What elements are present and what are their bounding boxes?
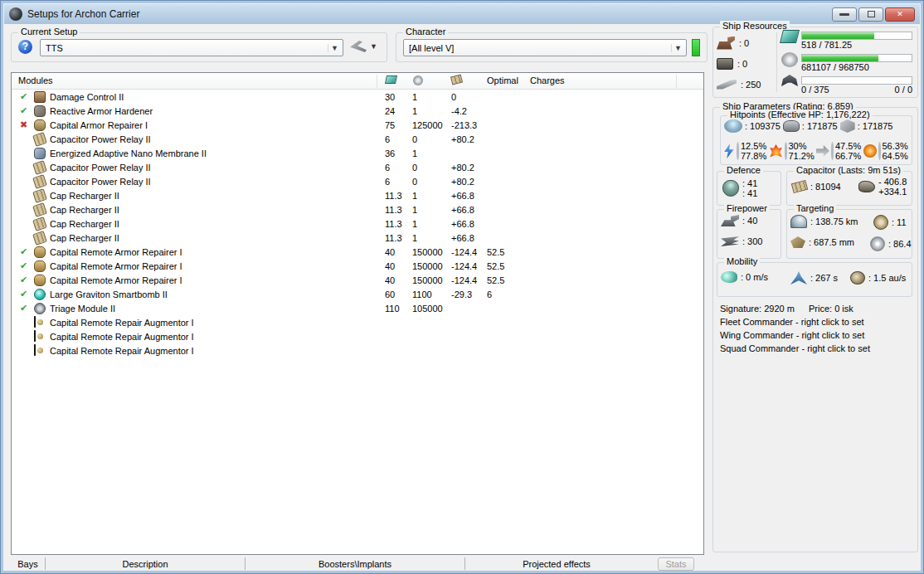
module-row[interactable]: Capacitor Power Relay II60+80.2	[12, 161, 703, 175]
ship-resources-label: Ship Resources	[720, 21, 790, 31]
module-cpu: 6	[385, 163, 390, 173]
module-row[interactable]: ✔Large Graviton Smartbomb II601100-29.36	[12, 288, 703, 302]
signature-value: Signature: 2920 m	[720, 304, 795, 314]
module-cpu: 40	[385, 261, 395, 271]
module-cpu: 6	[385, 177, 390, 187]
maximize-button[interactable]	[858, 7, 883, 22]
module-icon	[34, 119, 46, 131]
module-icon	[34, 275, 46, 286]
tab-projected-effects[interactable]: Projected effects	[465, 559, 648, 569]
module-row[interactable]: ✔Capital Remote Armor Repairer I40150000…	[12, 246, 703, 260]
capacitor-label: Capacitor (Lasts: 9m 51s)	[794, 165, 903, 175]
shield-hp-value: : 109375	[745, 121, 781, 131]
module-row[interactable]: Capital Remote Repair Augmentor I	[12, 344, 703, 358]
module-optimal: 6	[487, 289, 492, 299]
module-row[interactable]: Capacitor Power Relay II60+80.2	[12, 133, 703, 147]
cpu-bar	[801, 32, 912, 40]
defence-group: Defence : 41 : 41	[717, 171, 781, 206]
module-cap-use: +66.8	[451, 219, 474, 229]
module-row[interactable]: Capital Remote Repair Augmentor I	[12, 330, 703, 344]
stats-button[interactable]: Stats	[658, 557, 694, 571]
module-name: Capital Remote Repair Augmentor I	[50, 318, 194, 328]
cpu-icon	[780, 30, 800, 43]
character-combobox[interactable]: [All level V] ▼	[403, 39, 687, 56]
tab-description[interactable]: Description	[46, 559, 245, 569]
squad-commander-line[interactable]: Squad Commander - right click to set	[720, 343, 870, 353]
volley-icon	[721, 236, 739, 246]
module-cap-use: -124.4	[451, 247, 477, 257]
tab-bays[interactable]: Bays	[11, 559, 45, 569]
ship-parameters-group: Ship Parameters (Rating: 6,859) Hitpoint…	[712, 107, 918, 552]
thermal-shield-resist: 30%	[789, 141, 815, 151]
shield-hp-icon	[724, 119, 742, 133]
module-row[interactable]: ✔Triage Module II110105000	[12, 302, 703, 316]
max-velocity-value: : 0 m/s	[741, 272, 768, 282]
module-powergrid: 0	[412, 134, 417, 144]
powergrid-bar	[801, 54, 912, 62]
module-row[interactable]: ✖Capital Armor Repairer I75125000-213.3	[12, 119, 703, 133]
module-powergrid: 1	[412, 148, 417, 158]
module-row[interactable]: ✔Damage Control II3010	[12, 90, 703, 105]
firepower-group: Firepower : 40 : 300	[717, 209, 781, 259]
warp-speed-value: : 1.5 au/s	[868, 273, 906, 283]
dps-icon	[721, 215, 739, 226]
minimize-button[interactable]	[832, 7, 857, 22]
current-setup-label: Current Setup	[18, 27, 80, 36]
capacitor-delta-icon	[858, 181, 875, 192]
em-resist-icon	[722, 144, 735, 158]
module-name: Large Graviton Smartbomb II	[50, 289, 168, 299]
align-time-icon	[790, 271, 807, 285]
warp-speed-icon	[850, 271, 865, 285]
module-cpu: 6	[385, 134, 390, 144]
module-icon	[34, 344, 36, 356]
online-check-icon: ✔	[20, 303, 32, 314]
firepower-label: Firepower	[724, 203, 770, 213]
hitpoints-group: Hitpoints (Effective HP: 1,176,222) : 10…	[720, 115, 912, 165]
launcher-hardpoints-icon	[717, 58, 733, 70]
module-row[interactable]: Capital Remote Repair Augmentor I	[12, 316, 703, 330]
module-name: Cap Recharger II	[50, 205, 119, 215]
module-row[interactable]: ✔Reactive Armor Hardener241-4.2	[12, 105, 703, 119]
offline-x-icon: ✖	[20, 119, 32, 130]
module-row[interactable]: Energized Adaptive Nano Membrane II361	[12, 147, 703, 161]
modules-panel: Modules Optimal Charges ✔Damage Control …	[11, 72, 704, 555]
module-icon	[32, 231, 47, 246]
capacitor-amount-value: : 81094	[810, 182, 841, 192]
module-name: Capacitor Power Relay II	[50, 134, 151, 144]
module-row[interactable]: Capacitor Power Relay II60+80.2	[12, 175, 703, 189]
setup-tools-button[interactable]: ▼	[350, 41, 377, 52]
module-name: Capacitor Power Relay II	[50, 163, 151, 173]
module-row[interactable]: ✔Capital Remote Armor Repairer I40150000…	[12, 260, 703, 274]
em-armor-resist: 77.8%	[741, 151, 766, 161]
wrench-icon	[350, 41, 367, 52]
current-setup-combobox[interactable]: TTS ▼	[40, 39, 343, 56]
online-check-icon: ✔	[20, 246, 32, 257]
fleet-commander-line[interactable]: Fleet Commander - right click to set	[720, 317, 864, 327]
modules-header[interactable]: Modules Optimal Charges	[12, 73, 703, 90]
app-window: Setups for Archon Carrier ✕ Current Setu…	[0, 0, 924, 574]
module-row[interactable]: Cap Recharger II11.31+66.8	[12, 189, 703, 203]
align-time-value: : 267 s	[810, 273, 838, 283]
kinetic-shield-resist: 47.5%	[835, 141, 861, 151]
wing-commander-line[interactable]: Wing Commander - right click to set	[720, 330, 864, 340]
module-icon	[34, 105, 46, 117]
module-row[interactable]: Cap Recharger II11.31+66.8	[12, 203, 703, 217]
module-powergrid: 1100	[412, 289, 432, 299]
defence-icon	[722, 180, 739, 197]
armor-hp-icon	[783, 120, 800, 132]
targeting-group: Targeting : 138.75 km : 11 : 687.5 mm : …	[786, 209, 912, 259]
module-name: Reactive Armor Hardener	[50, 106, 153, 116]
module-powergrid: 150000	[412, 247, 443, 257]
module-icon	[34, 91, 46, 103]
module-row[interactable]: Cap Recharger II11.31+66.8	[12, 217, 703, 231]
tab-boosters-implants[interactable]: Boosters\Implants	[246, 559, 464, 569]
close-button[interactable]: ✕	[885, 7, 915, 22]
module-icon	[34, 148, 46, 159]
module-row[interactable]: Cap Recharger II11.31+66.8	[12, 231, 703, 246]
kinetic-armor-resist: 66.7%	[835, 151, 861, 161]
help-icon[interactable]: ?	[18, 40, 32, 54]
max-targets-icon	[873, 215, 888, 230]
module-name: Cap Recharger II	[50, 191, 119, 201]
optimal-column-header: Optimal	[487, 75, 518, 85]
module-row[interactable]: ✔Capital Remote Armor Repairer I40150000…	[12, 274, 703, 288]
